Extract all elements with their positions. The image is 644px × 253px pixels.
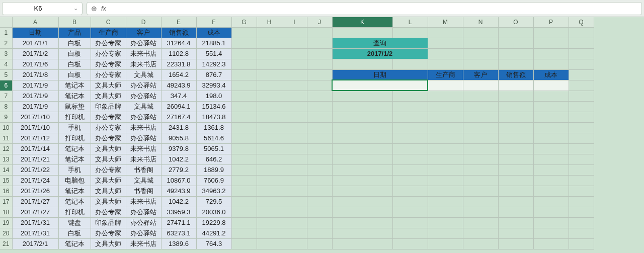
cell-D3[interactable]: 未来书店: [126, 48, 161, 59]
cell-L13[interactable]: [392, 154, 428, 164]
cell-D18[interactable]: 办公驿站: [126, 207, 161, 217]
query-header-5[interactable]: 成本: [533, 69, 569, 80]
cell-K18[interactable]: [332, 207, 392, 217]
cell-Q1[interactable]: [569, 27, 594, 38]
cell-F6[interactable]: 32993.4: [196, 80, 231, 91]
cell-L4[interactable]: [392, 59, 428, 69]
cell-L10[interactable]: [392, 122, 428, 133]
cell-K9[interactable]: [332, 112, 392, 122]
cell-G3[interactable]: [231, 48, 257, 59]
row-header-7[interactable]: 7: [0, 91, 12, 101]
cell-N3[interactable]: [463, 48, 498, 59]
cell-H19[interactable]: [257, 217, 282, 228]
cell-K1[interactable]: [332, 27, 392, 38]
cell-B15[interactable]: 电脑包: [58, 175, 91, 186]
query-header-3[interactable]: 客户: [463, 69, 498, 80]
cell-E13[interactable]: 1042.2: [161, 154, 196, 164]
cell-G4[interactable]: [231, 59, 257, 69]
cell-F13[interactable]: 646.2: [196, 154, 231, 164]
cell-Q11[interactable]: [569, 133, 594, 143]
cell-D8[interactable]: 文具城: [126, 101, 161, 112]
cell-N6[interactable]: [463, 80, 498, 91]
cell-G20[interactable]: [231, 228, 257, 238]
cell-N18[interactable]: [463, 207, 498, 217]
cell-I7[interactable]: [282, 91, 307, 101]
cell-O14[interactable]: [498, 164, 533, 175]
active-cell[interactable]: [332, 80, 428, 91]
cell-Q6[interactable]: [569, 80, 594, 91]
cell-F14[interactable]: 1889.9: [196, 164, 231, 175]
row-header-3[interactable]: 3: [0, 48, 12, 59]
cell-D20[interactable]: 办公驿站: [126, 228, 161, 238]
cell-D21[interactable]: 未来书店: [126, 238, 161, 249]
cell-B12[interactable]: 笔记本: [58, 143, 91, 154]
cell-J18[interactable]: [307, 207, 332, 217]
col-header-F[interactable]: F: [196, 17, 231, 27]
cell-G8[interactable]: [231, 101, 257, 112]
cell-D13[interactable]: 未来书店: [126, 154, 161, 164]
cell-N14[interactable]: [463, 164, 498, 175]
cell-Q20[interactable]: [569, 228, 594, 238]
row-header-17[interactable]: 17: [0, 196, 12, 207]
cell-E18[interactable]: 33959.3: [161, 207, 196, 217]
cell-L19[interactable]: [392, 217, 428, 228]
cell-G12[interactable]: [231, 143, 257, 154]
cell-M12[interactable]: [428, 143, 463, 154]
cell-E10[interactable]: 2431.8: [161, 122, 196, 133]
cell-F5[interactable]: 876.7: [196, 69, 231, 80]
cell-O11[interactable]: [498, 133, 533, 143]
col-header-D[interactable]: D: [126, 17, 161, 27]
cell-N16[interactable]: [463, 186, 498, 196]
cell-F15[interactable]: 7606.9: [196, 175, 231, 186]
cell-P18[interactable]: [533, 207, 569, 217]
cell-H14[interactable]: [257, 164, 282, 175]
cell-A19[interactable]: 2017/1/31: [12, 217, 58, 228]
cell-C4[interactable]: 办公专家: [91, 59, 126, 69]
cell-P21[interactable]: [533, 238, 569, 249]
cell-B13[interactable]: 笔记本: [58, 154, 91, 164]
cell-D6[interactable]: 办公驿站: [126, 80, 161, 91]
row-header-12[interactable]: 12: [0, 143, 12, 154]
cell-I5[interactable]: [282, 69, 307, 80]
cell-H21[interactable]: [257, 238, 282, 249]
cell-O16[interactable]: [498, 186, 533, 196]
cell-H4[interactable]: [257, 59, 282, 69]
cell-N2[interactable]: [463, 38, 498, 48]
cell-L15[interactable]: [392, 175, 428, 186]
cell-A7[interactable]: 2017/1/9: [12, 91, 58, 101]
cell-I12[interactable]: [282, 143, 307, 154]
col-header-O[interactable]: O: [498, 17, 533, 27]
cell-B9[interactable]: 打印机: [58, 112, 91, 122]
cell-I9[interactable]: [282, 112, 307, 122]
cell-E4[interactable]: 22331.8: [161, 59, 196, 69]
cell-H20[interactable]: [257, 228, 282, 238]
cell-P1[interactable]: [533, 27, 569, 38]
cell-N10[interactable]: [463, 122, 498, 133]
expand-formula-icon[interactable]: ⊕: [91, 5, 97, 13]
cell-B20[interactable]: 白板: [58, 228, 91, 238]
cell-H12[interactable]: [257, 143, 282, 154]
row-header-14[interactable]: 14: [0, 164, 12, 175]
cell-N11[interactable]: [463, 133, 498, 143]
cell-D17[interactable]: 未来书店: [126, 196, 161, 207]
cell-J4[interactable]: [307, 59, 332, 69]
cell-B3[interactable]: 白板: [58, 48, 91, 59]
cell-P7[interactable]: [533, 91, 569, 101]
cell-M4[interactable]: [428, 59, 463, 69]
cell-C1[interactable]: 生产商: [91, 27, 126, 38]
cell-M19[interactable]: [428, 217, 463, 228]
cell-P11[interactable]: [533, 133, 569, 143]
cell-B19[interactable]: 键盘: [58, 217, 91, 228]
cell-L16[interactable]: [392, 186, 428, 196]
cell-A17[interactable]: 2017/1/27: [12, 196, 58, 207]
cell-N1[interactable]: [463, 27, 498, 38]
cell-L21[interactable]: [392, 238, 428, 249]
cell-I17[interactable]: [282, 196, 307, 207]
cell-M13[interactable]: [428, 154, 463, 164]
cell-L17[interactable]: [392, 196, 428, 207]
cell-N17[interactable]: [463, 196, 498, 207]
cell-A12[interactable]: 2017/1/14: [12, 143, 58, 154]
cell-O9[interactable]: [498, 112, 533, 122]
row-header-4[interactable]: 4: [0, 59, 12, 69]
cell-I2[interactable]: [282, 38, 307, 48]
